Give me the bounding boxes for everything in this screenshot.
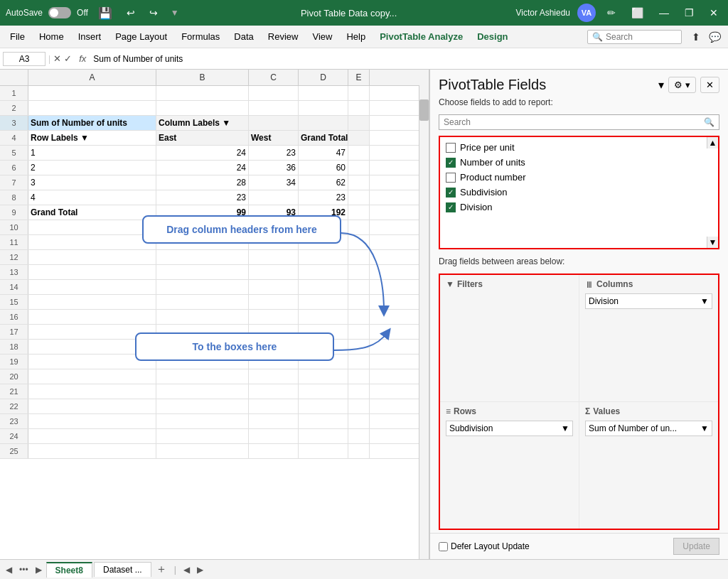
cell[interactable] bbox=[249, 101, 299, 115]
cell[interactable] bbox=[299, 310, 348, 324]
restore-button[interactable]: ❐ bbox=[680, 6, 698, 20]
cell[interactable] bbox=[249, 310, 299, 324]
cell[interactable] bbox=[348, 399, 370, 413]
close-panel-button[interactable]: ✕ bbox=[700, 77, 719, 93]
cell[interactable] bbox=[348, 444, 370, 458]
menu-review[interactable]: Review bbox=[261, 28, 306, 45]
row-number[interactable]: 4 bbox=[0, 131, 28, 145]
cell[interactable] bbox=[348, 265, 370, 279]
menu-view[interactable]: View bbox=[305, 28, 339, 45]
list-item[interactable]: ✓Division bbox=[440, 200, 718, 215]
cell[interactable] bbox=[156, 220, 249, 234]
cell[interactable] bbox=[348, 235, 370, 249]
menu-data[interactable]: Data bbox=[227, 28, 260, 45]
tab-dataset[interactable]: Dataset ... bbox=[94, 562, 151, 577]
cell[interactable] bbox=[28, 265, 156, 279]
cell[interactable] bbox=[156, 325, 249, 339]
cell[interactable] bbox=[249, 325, 299, 339]
cell[interactable] bbox=[299, 116, 348, 130]
cell[interactable] bbox=[156, 444, 249, 458]
cell[interactable] bbox=[299, 86, 348, 100]
tab-prev[interactable]: ◀ bbox=[3, 563, 15, 576]
cell[interactable] bbox=[348, 205, 370, 220]
cell[interactable]: 24 bbox=[156, 161, 249, 175]
row-number[interactable]: 7 bbox=[0, 175, 28, 190]
row-number[interactable]: 10 bbox=[0, 220, 28, 234]
menu-formulas[interactable]: Formulas bbox=[174, 28, 227, 45]
cell[interactable] bbox=[299, 429, 348, 443]
cell[interactable] bbox=[249, 399, 299, 413]
cell-reference[interactable] bbox=[3, 52, 46, 66]
spreadsheet[interactable]: A B C D E 123Sum of Number of unitsColum… bbox=[0, 70, 429, 559]
row-number[interactable]: 1 bbox=[0, 86, 28, 100]
cell[interactable] bbox=[156, 295, 249, 309]
menu-pivottable-analyze[interactable]: PivotTable Analyze bbox=[373, 28, 470, 45]
cell[interactable] bbox=[28, 101, 156, 115]
cell[interactable]: East bbox=[156, 131, 249, 145]
cell[interactable] bbox=[156, 340, 249, 354]
cell[interactable] bbox=[299, 265, 348, 279]
cell[interactable]: Row Labels ▼ bbox=[28, 131, 156, 145]
unchecked-checkbox[interactable] bbox=[446, 173, 456, 183]
unchecked-checkbox[interactable] bbox=[446, 143, 456, 153]
cell[interactable]: 192 bbox=[299, 205, 348, 220]
cell[interactable]: 2 bbox=[28, 161, 156, 175]
menu-help[interactable]: Help bbox=[339, 28, 373, 45]
row-number[interactable]: 16 bbox=[0, 310, 28, 324]
row-number[interactable]: 5 bbox=[0, 146, 28, 160]
undo-icon[interactable]: ↩ bbox=[122, 6, 139, 20]
row-number[interactable]: 3 bbox=[0, 116, 28, 130]
cell[interactable]: 24 bbox=[156, 146, 249, 160]
cell[interactable] bbox=[249, 190, 299, 205]
tab-next[interactable]: ▶ bbox=[33, 563, 45, 576]
cell[interactable] bbox=[299, 235, 348, 249]
row-number[interactable]: 6 bbox=[0, 161, 28, 175]
cell[interactable] bbox=[299, 101, 348, 115]
scroll-right-button[interactable]: ▶ bbox=[194, 563, 206, 576]
cell[interactable] bbox=[299, 340, 348, 354]
values-dropdown[interactable]: Sum of Number of un... ▼ bbox=[585, 421, 712, 436]
cell[interactable]: 47 bbox=[299, 146, 348, 160]
cell[interactable] bbox=[348, 190, 370, 205]
cell[interactable] bbox=[156, 369, 249, 384]
cell[interactable] bbox=[348, 310, 370, 324]
vertical-scrollbar[interactable] bbox=[419, 85, 429, 559]
cell[interactable] bbox=[348, 429, 370, 443]
cell[interactable] bbox=[348, 116, 370, 130]
cell[interactable] bbox=[156, 280, 249, 294]
row-number[interactable]: 9 bbox=[0, 205, 28, 220]
cell[interactable] bbox=[28, 250, 156, 264]
cell[interactable] bbox=[156, 355, 249, 369]
cell[interactable] bbox=[249, 369, 299, 384]
row-number[interactable]: 14 bbox=[0, 280, 28, 294]
cell[interactable] bbox=[249, 220, 299, 234]
update-button[interactable]: Update bbox=[673, 538, 719, 555]
cell[interactable] bbox=[348, 146, 370, 160]
cell[interactable]: Grand Total bbox=[299, 131, 348, 145]
col-header-a[interactable]: A bbox=[28, 70, 156, 85]
cell[interactable] bbox=[28, 369, 156, 384]
cell[interactable]: 1 bbox=[28, 146, 156, 160]
row-number[interactable]: 12 bbox=[0, 250, 28, 264]
checked-checkbox[interactable]: ✓ bbox=[446, 202, 456, 212]
formula-input[interactable] bbox=[93, 54, 725, 64]
row-number[interactable]: 22 bbox=[0, 399, 28, 413]
cell[interactable] bbox=[28, 444, 156, 458]
cell[interactable] bbox=[156, 265, 249, 279]
cell[interactable] bbox=[348, 161, 370, 175]
menu-search-input[interactable] bbox=[606, 32, 677, 42]
cell[interactable] bbox=[156, 310, 249, 324]
cell[interactable] bbox=[249, 384, 299, 399]
cell[interactable] bbox=[249, 250, 299, 264]
checked-checkbox[interactable]: ✓ bbox=[446, 188, 456, 197]
cell[interactable] bbox=[249, 414, 299, 428]
cell[interactable] bbox=[249, 295, 299, 309]
cell[interactable] bbox=[299, 355, 348, 369]
cell[interactable]: Grand Total bbox=[28, 205, 156, 220]
cell[interactable]: 36 bbox=[249, 161, 299, 175]
cell[interactable] bbox=[348, 414, 370, 428]
cell[interactable] bbox=[28, 414, 156, 428]
list-item[interactable]: ✓Number of units bbox=[440, 155, 718, 170]
cell[interactable] bbox=[299, 369, 348, 384]
cell[interactable]: 99 bbox=[156, 205, 249, 220]
